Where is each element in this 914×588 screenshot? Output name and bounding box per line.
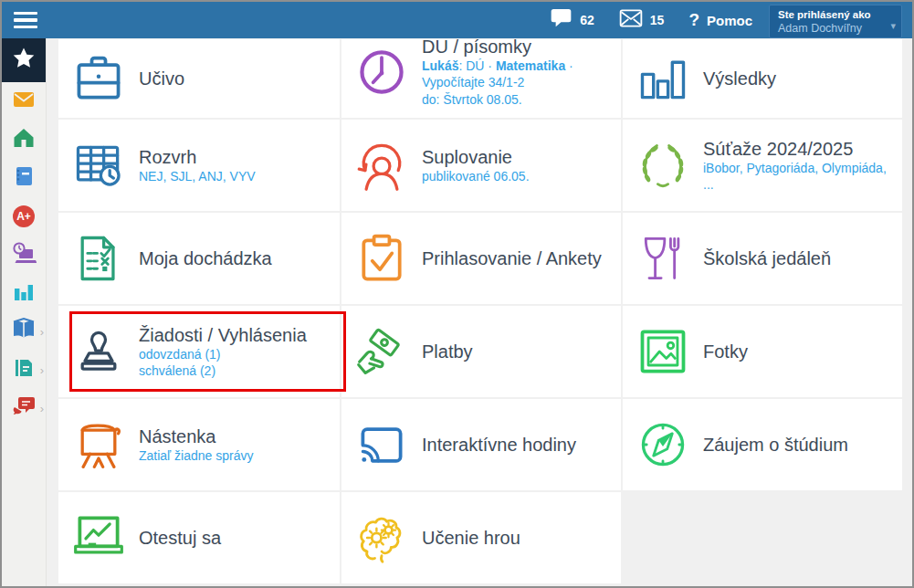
main-content: Učivo DÚ / písomky Lukáš: DÚ · Matematik… [47, 38, 912, 586]
tile-sub: NEJ, SJL, ANJ, VYV [139, 168, 256, 184]
bar-chart-icon [634, 51, 692, 106]
tile-title: Nástenka [139, 425, 253, 447]
tile-title: Otestuj sa [139, 527, 221, 549]
tile-ziadosti-vyhlasenia[interactable]: Žiadosti / Vyhlásenia odovzdaná (1) schv… [58, 306, 340, 397]
chevron-right-icon: › [40, 325, 44, 339]
tile-title: Učivo [139, 68, 184, 89]
tile-title: Fotky [703, 341, 748, 362]
clock-icon [352, 45, 411, 100]
homework-line: Lukáš: DÚ · Matematika · [422, 58, 573, 74]
help-button[interactable]: ? Pomoc [688, 10, 752, 30]
homework-due: do: Štvrtok 08.05. [422, 91, 573, 108]
chalkboard-chart-icon [69, 510, 128, 565]
chevron-down-icon: ▾ [890, 20, 896, 32]
logged-in-as-label: Ste prihlásený ako [778, 8, 883, 22]
tile-sub: iBobor, Pytagoriáda, Olympiáda, ... [703, 160, 897, 194]
tile-title: Platby [422, 341, 473, 362]
sidebar-item-statistics[interactable] [2, 274, 46, 312]
star-favorites-icon [11, 46, 37, 75]
attendance-checklist-icon [69, 231, 128, 286]
mail-button[interactable]: 15 [619, 9, 665, 31]
chat-count: 62 [580, 13, 594, 27]
briefcase-icon [69, 51, 128, 106]
sidebar-item-documents[interactable]: › [2, 351, 46, 389]
homework-task: Vypočítajte 34/1-2 [422, 74, 573, 90]
tile-title: Prihlasovanie / Ankety [422, 247, 602, 269]
tile-fotky[interactable]: Fotky [623, 306, 902, 397]
tile-nastenka[interactable]: Nástenka Zatiaľ žiadne správy [58, 399, 340, 490]
tile-title: Rozvrh [139, 146, 256, 168]
stamp-icon [69, 324, 128, 379]
photo-frame-icon [634, 324, 692, 379]
chevron-right-icon: › [40, 402, 44, 415]
substitution-person-refresh-icon [352, 138, 411, 193]
compass-icon [634, 417, 692, 472]
notebook-icon [12, 164, 36, 192]
tile-title: DÚ / písomky [422, 39, 573, 58]
tile-grid: Učivo DÚ / písomky Lukáš: DÚ · Matematik… [58, 39, 900, 583]
tile-du-pisomky[interactable]: DÚ / písomky Lukáš: DÚ · Matematika · Vy… [341, 39, 621, 118]
tile-suplovanie[interactable]: Suplovanie publikované 06.05. [341, 120, 621, 211]
mail-count: 15 [650, 13, 665, 27]
tile-title: Výsledky [703, 68, 776, 89]
tile-skolska-jedalen[interactable]: Školská jedáleň [623, 213, 902, 304]
clipboard-check-icon [352, 231, 411, 286]
grades-a-plus-icon: A+ [13, 205, 35, 227]
chat-bubble-icon [550, 7, 573, 33]
chat-button[interactable]: 62 [550, 7, 594, 33]
tile-title: Školská jedáleň [703, 247, 831, 269]
hand-with-money-icon [352, 324, 411, 379]
tile-ucivo[interactable]: Učivo [58, 39, 340, 118]
tile-ucenie-hrou[interactable]: Učenie hrou [341, 492, 621, 583]
tile-zaujem-o-studium[interactable]: Záujem o štúdium [623, 399, 902, 490]
noticeboard-easel-icon [69, 417, 128, 472]
hamburger-menu-icon[interactable] [14, 12, 37, 28]
tile-moja-dochadzka[interactable]: Moja dochádzka [58, 213, 340, 304]
sidebar-item-online-lessons[interactable] [2, 236, 46, 274]
app-window: 62 15 ? Pomoc Ste prihlásený ako Adam Do… [0, 0, 914, 588]
tile-title: Súťaže 2024/2025 [703, 138, 897, 160]
tile-rozvrh[interactable]: Rozvrh NEJ, SJL, ANJ, VYV [58, 120, 340, 211]
tile-title: Interaktívne hodiny [422, 434, 576, 456]
sidebar-item-messages[interactable] [2, 82, 46, 121]
tile-prihlasovanie-ankety[interactable]: Prihlasovanie / Ankety [341, 213, 621, 304]
question-mark-icon: ? [688, 10, 699, 30]
tile-vysledky[interactable]: Výsledky [623, 39, 902, 118]
tile-sub: Zatiaľ žiadne správy [139, 447, 253, 464]
tile-title: Záujem o štúdium [703, 434, 848, 456]
sidebar-item-library[interactable]: › [2, 312, 46, 351]
user-name: Adam Dochvíľny [778, 22, 883, 36]
tile-title: Žiadosti / Vyhlásenia [139, 324, 307, 346]
user-dropdown[interactable]: Ste prihlásený ako Adam Dochvíľny ▾ [769, 5, 902, 38]
sidebar-item-discussions[interactable]: › [2, 389, 46, 427]
chevron-right-icon: › [40, 363, 44, 377]
sidebar-item-grades[interactable]: A+ [2, 197, 46, 236]
topbar-right-cluster: 62 15 ? Pomoc [550, 7, 752, 33]
glass-and-fork-icon [634, 231, 692, 286]
envelope-icon [619, 9, 643, 31]
documents-icon [12, 356, 36, 383]
sidebar: A+ › › › [2, 38, 47, 586]
tile-otestuj-sa[interactable]: Otestuj sa [58, 492, 340, 583]
sidebar-item-home[interactable] [2, 121, 46, 159]
sidebar-item-favorites[interactable] [2, 38, 46, 82]
home-icon [12, 126, 36, 153]
tile-title: Moja dochádzka [139, 247, 272, 269]
library-book-icon [11, 318, 37, 345]
online-lesson-laptop-clock-icon [12, 241, 37, 268]
statistics-bars-icon [12, 279, 36, 307]
mail-envelope-icon [12, 88, 36, 115]
sidebar-item-notebook[interactable] [2, 159, 46, 197]
tile-interaktivne-hodiny[interactable]: Interaktívne hodiny [341, 399, 621, 490]
laurel-wreath-icon [634, 138, 692, 193]
timetable-grid-clock-icon [69, 138, 128, 193]
tile-title: Suplovanie [422, 146, 530, 168]
cast-screen-icon [352, 417, 411, 472]
tile-sub: publikované 06.05. [422, 168, 530, 184]
tile-sub: schválená (2) [139, 362, 307, 379]
brain-gears-icon [352, 510, 411, 565]
tile-title: Učenie hrou [422, 527, 520, 549]
tile-sutaze[interactable]: Súťaže 2024/2025 iBobor, Pytagoriáda, Ol… [623, 120, 902, 211]
tile-platby[interactable]: Platby [341, 306, 621, 397]
tile-empty [623, 492, 902, 583]
